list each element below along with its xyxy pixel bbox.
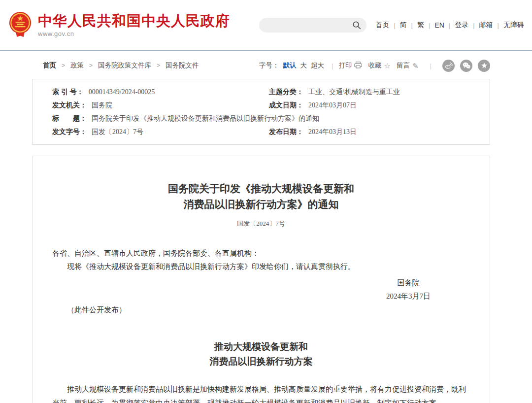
search-box[interactable] xyxy=(259,18,366,33)
meta-row: 索 引 号： 000014349/2024-00025 主题分类： 工业、交通\… xyxy=(52,85,470,99)
meta-topic-value: 工业、交通\机械制造与重工业 xyxy=(308,86,400,99)
nav-separator: | xyxy=(411,22,413,29)
share-weibo-icon[interactable] xyxy=(442,60,455,72)
meta-title-label: 标 题： xyxy=(52,112,87,125)
document-number: 国发〔2024〕7号 xyxy=(52,217,470,231)
print-button[interactable]: 打印 xyxy=(338,61,362,70)
gov-cn-page: 中华人民共和国中央人民政府 www.gov.cn 首页 | 简 | 繁 | xyxy=(0,0,532,403)
nav-separator: | xyxy=(394,22,395,29)
meta-doc-no-value: 国发〔2024〕7号 xyxy=(92,126,143,138)
nav-separator: | xyxy=(429,22,430,29)
breadcrumb-policy-library[interactable]: 国务院政策文件库 xyxy=(98,61,151,70)
breadcrumb-separator: > xyxy=(157,62,160,69)
nav-link-mail[interactable]: 邮箱 xyxy=(479,21,493,30)
breadcrumb-state-council-docs[interactable]: 国务院文件 xyxy=(166,61,199,70)
meta-row: 发文机关： 国务院 成文日期： 2024年03月07日 xyxy=(52,99,470,112)
meta-topic-label: 主题分类： xyxy=(269,85,303,98)
star-icon: ☆ xyxy=(384,62,390,69)
meta-row: 发文字号： 国发〔2024〕7号 发布日期： 2024年03月13日 xyxy=(52,125,470,138)
meta-publish-date-value: 2024年03月13日 xyxy=(308,126,357,138)
action-plan-title-line2: 消费品以旧换新行动方案 xyxy=(210,356,313,367)
document-title-line1: 国务院关于印发《推动大规模设备更新和 xyxy=(168,183,354,195)
favorite-button[interactable]: 收藏 ☆ xyxy=(368,61,390,70)
meta-written-date-value: 2024年03月07日 xyxy=(308,99,357,112)
site-title: 中华人民共和国中央人民政府 xyxy=(38,13,230,29)
meta-title-value: 国务院关于印发《推动大规模设备更新和消费品以旧换新行动方案》的通知 xyxy=(92,112,319,125)
nav-link-accessibility[interactable]: 无障碍 xyxy=(503,21,524,30)
nav-separator: | xyxy=(473,22,474,29)
meta-doc-no-label: 发文字号： xyxy=(52,125,87,138)
meta-index-label: 索 引 号： xyxy=(52,85,84,98)
action-plan-title-line1: 推动大规模设备更新和 xyxy=(214,341,308,352)
printer-icon xyxy=(354,62,362,70)
action-plan-title: 推动大规模设备更新和 消费品以旧换新行动方案 xyxy=(52,339,470,369)
meta-index-value: 000014349/2024-00025 xyxy=(89,86,155,99)
site-logo-link[interactable]: 中华人民共和国中央人民政府 www.gov.cn xyxy=(9,11,230,39)
meta-publish-date-label: 发布日期： xyxy=(269,125,303,138)
nav-link-login[interactable]: 登录 xyxy=(455,21,468,30)
breadcrumb-policy[interactable]: 政策 xyxy=(70,61,84,70)
pencil-icon: ✎ xyxy=(412,62,419,69)
signature-block: 国务院 2024年3月7日 xyxy=(386,276,431,303)
nav-separator: | xyxy=(498,22,499,29)
document-title: 国务院关于印发《推动大规模设备更新和 消费品以旧换新行动方案》的通知 xyxy=(52,181,470,212)
search-icon[interactable] xyxy=(352,21,361,30)
header-right: 首页 | 简 | 繁 | EN | 登录 | 邮箱 | 无障碍 xyxy=(259,18,524,33)
nav-link-home[interactable]: 首页 xyxy=(375,21,389,30)
meta-agency-label: 发文机关： xyxy=(52,99,87,111)
font-size-label: 字号： xyxy=(259,61,279,70)
search-input[interactable] xyxy=(266,21,352,30)
sign-date: 2024年3月7日 xyxy=(386,290,431,303)
breadcrumb-toolbar-row: 首页 > 政策 > 国务院政策文件库 > 国务院文件 字号： 默认 大 超大 |… xyxy=(32,57,490,74)
meta-row: 标 题： 国务院关于印发《推动大规模设备更新和消费品以旧换新行动方案》的通知 xyxy=(52,112,470,125)
document-title-line2: 消费品以旧换新行动方案》的通知 xyxy=(184,199,339,210)
font-size-large[interactable]: 大 xyxy=(300,61,307,70)
print-label: 打印 xyxy=(338,61,352,70)
favorite-label: 收藏 xyxy=(368,61,381,70)
document-content-box: 国务院关于印发《推动大规模设备更新和 消费品以旧换新行动方案》的通知 国发〔20… xyxy=(32,156,490,403)
share-wechat-icon[interactable] xyxy=(460,60,472,72)
site-url: www.gov.cn xyxy=(38,30,230,37)
page-tools: 字号： 默认 大 超大 | 打印 收藏 ☆ 留言 xyxy=(259,60,490,72)
font-size-xlarge[interactable]: 超大 xyxy=(311,61,324,70)
paragraph-intro: 推动大规模设备更新和消费品以旧换新是加快构建新发展格局、推动高质量发展的重要举措… xyxy=(52,383,470,403)
top-nav: 首页 | 简 | 繁 | EN | 登录 | 邮箱 | 无障碍 xyxy=(375,21,524,30)
paragraph-forwarding: 现将《推动大规模设备更新和消费品以旧换新行动方案》印发给你们，请认真贯彻执行。 xyxy=(52,260,470,274)
breadcrumb-home[interactable]: 首页 xyxy=(43,61,56,70)
breadcrumb-separator: > xyxy=(62,62,65,69)
toolbar-divider: | xyxy=(332,62,333,69)
nav-separator: | xyxy=(449,22,450,29)
national-emblem-icon xyxy=(9,11,32,39)
nav-link-traditional[interactable]: 繁 xyxy=(417,21,424,30)
signer: 国务院 xyxy=(386,276,431,290)
nav-link-simplified[interactable]: 简 xyxy=(400,21,407,30)
comment-label: 留言 xyxy=(397,61,410,70)
breadcrumb: 首页 > 政策 > 国务院政策文件库 > 国务院文件 xyxy=(32,61,199,70)
site-header: 中华人民共和国中央人民政府 www.gov.cn 首页 | 简 | 繁 | xyxy=(0,0,532,50)
font-size-default[interactable]: 默认 xyxy=(283,61,296,70)
breadcrumb-separator: > xyxy=(89,62,93,69)
nav-link-english[interactable]: EN xyxy=(434,21,444,29)
share-qzone-star-icon[interactable] xyxy=(478,60,490,72)
public-release-note: （此件公开发布） xyxy=(52,303,470,317)
meta-agency-value: 国务院 xyxy=(92,99,112,112)
document-meta-box: 索 引 号： 000014349/2024-00025 主题分类： 工业、交通\… xyxy=(32,79,490,145)
header-divider-line xyxy=(0,50,532,51)
toolbar-divider: | xyxy=(430,62,432,69)
salutation: 各省、自治区、直辖市人民政府，国务院各部委、各直属机构： xyxy=(52,247,470,261)
comment-button[interactable]: 留言 ✎ xyxy=(397,61,419,70)
meta-written-date-label: 成文日期： xyxy=(269,99,303,111)
